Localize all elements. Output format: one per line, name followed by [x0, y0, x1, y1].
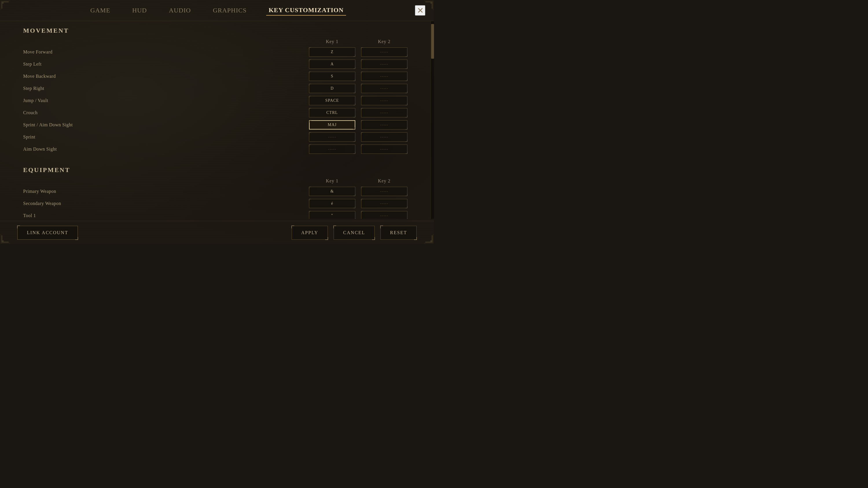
key1-tool1[interactable]: " — [309, 211, 355, 219]
table-row: Primary Weapon & ----- — [23, 186, 407, 197]
tab-game[interactable]: Game — [88, 5, 113, 15]
reset-button[interactable]: RESET — [380, 226, 416, 240]
cancel-button[interactable]: CANCEL — [334, 226, 375, 240]
equipment-title: EQUIPMENT — [23, 166, 407, 174]
action-crouch: Crouch — [23, 110, 309, 116]
header: Game HUD Audio Graphics Key Customizatio… — [0, 0, 434, 21]
action-sprint-aim-down: Sprint / Aim Down Sight — [23, 122, 309, 128]
key1-aim-down-sight[interactable]: ----- — [309, 144, 355, 154]
nav-tabs: Game HUD Audio Graphics Key Customizatio… — [88, 5, 346, 15]
table-row: Sprint ----- ----- — [23, 132, 407, 142]
movement-key2-header: Key 2 — [361, 39, 407, 44]
table-row: Aim Down Sight ----- ----- — [23, 144, 407, 155]
key2-tool1[interactable]: ----- — [361, 211, 407, 219]
key1-move-backward[interactable]: S — [309, 72, 355, 81]
action-move-forward: Move Forward — [23, 50, 309, 55]
scroll-area[interactable]: MOVEMENT Key 1 Key 2 Move Forward Z ----… — [0, 21, 431, 219]
table-row: Tool 1 " ----- — [23, 210, 407, 219]
key-buttons-sprint: ----- ----- — [309, 132, 407, 142]
main-content: MOVEMENT Key 1 Key 2 Move Forward Z ----… — [0, 21, 434, 219]
key-buttons-step-right: D ----- — [309, 84, 407, 93]
equipment-section: EQUIPMENT Key 1 Key 2 Primary Weapon & -… — [23, 166, 407, 219]
movement-key1-header: Key 1 — [309, 39, 355, 44]
action-secondary-weapon: Secondary Weapon — [23, 201, 309, 206]
key1-move-forward[interactable]: Z — [309, 47, 355, 57]
movement-key-headers: Key 1 Key 2 — [23, 39, 407, 44]
key2-sprint[interactable]: ----- — [361, 132, 407, 142]
key2-step-right[interactable]: ----- — [361, 84, 407, 93]
key-buttons-crouch: CTRL ----- — [309, 108, 407, 118]
tab-graphics[interactable]: Graphics — [211, 5, 249, 15]
table-row: Step Left A ----- — [23, 59, 407, 70]
key2-jump-vault[interactable]: ----- — [361, 96, 407, 105]
key-buttons-sprint-aim-down: MAJ ----- — [309, 120, 407, 130]
equipment-key2-header: Key 2 — [361, 178, 407, 184]
key1-crouch[interactable]: CTRL — [309, 108, 355, 118]
key-buttons-secondary-weapon: é ----- — [309, 199, 407, 208]
tab-audio[interactable]: Audio — [167, 5, 193, 15]
center-buttons: APPLY CANCEL RESET — [292, 226, 416, 240]
key2-sprint-aim-down[interactable]: ----- — [361, 120, 407, 130]
tab-hud[interactable]: HUD — [130, 5, 149, 15]
key1-sprint[interactable]: ----- — [309, 132, 355, 142]
key-buttons-move-forward: Z ----- — [309, 47, 407, 57]
key2-secondary-weapon[interactable]: ----- — [361, 199, 407, 208]
action-sprint: Sprint — [23, 134, 309, 140]
action-tool1: Tool 1 — [23, 213, 309, 218]
bottom-bar: LINK ACCOUNT APPLY CANCEL RESET — [0, 221, 434, 244]
close-button[interactable]: ✕ — [415, 5, 425, 15]
table-row: Sprint / Aim Down Sight MAJ ----- — [23, 120, 407, 130]
key2-primary-weapon[interactable]: ----- — [361, 187, 407, 196]
key-buttons-step-left: A ----- — [309, 60, 407, 69]
table-row: Secondary Weapon é ----- — [23, 198, 407, 209]
action-aim-down-sight: Aim Down Sight — [23, 147, 309, 152]
key2-move-forward[interactable]: ----- — [361, 47, 407, 57]
movement-section: MOVEMENT Key 1 Key 2 Move Forward Z ----… — [23, 27, 407, 155]
key-buttons-primary-weapon: & ----- — [309, 187, 407, 196]
key-buttons-move-backward: S ----- — [309, 72, 407, 81]
scrollbar-track[interactable] — [431, 21, 434, 219]
link-account-button[interactable]: LINK ACCOUNT — [18, 226, 78, 240]
key1-step-right[interactable]: D — [309, 84, 355, 93]
table-row: Crouch CTRL ----- — [23, 107, 407, 118]
key2-move-backward[interactable]: ----- — [361, 72, 407, 81]
table-row: Step Right D ----- — [23, 83, 407, 94]
action-primary-weapon: Primary Weapon — [23, 189, 309, 194]
key1-jump-vault[interactable]: SPACE — [309, 96, 355, 105]
key1-secondary-weapon[interactable]: é — [309, 199, 355, 208]
key1-sprint-aim-down[interactable]: MAJ — [309, 120, 355, 130]
action-jump-vault: Jump / Vault — [23, 98, 309, 103]
action-step-left: Step Left — [23, 62, 309, 67]
key1-step-left[interactable]: A — [309, 60, 355, 69]
key2-aim-down-sight[interactable]: ----- — [361, 144, 407, 154]
key2-step-left[interactable]: ----- — [361, 60, 407, 69]
table-row: Move Forward Z ----- — [23, 46, 407, 58]
apply-button[interactable]: APPLY — [292, 226, 328, 240]
equipment-key-headers: Key 1 Key 2 — [23, 178, 407, 184]
key-buttons-jump-vault: SPACE ----- — [309, 96, 407, 105]
key-buttons-tool1: " ----- — [309, 211, 407, 219]
tab-key-customization[interactable]: Key Customization — [266, 5, 346, 15]
table-row: Jump / Vault SPACE ----- — [23, 95, 407, 106]
table-row: Move Backward S ----- — [23, 71, 407, 82]
key2-crouch[interactable]: ----- — [361, 108, 407, 118]
key1-primary-weapon[interactable]: & — [309, 187, 355, 196]
scrollbar-thumb[interactable] — [431, 24, 434, 59]
action-move-backward: Move Backward — [23, 74, 309, 79]
action-step-right: Step Right — [23, 86, 309, 91]
key-buttons-aim-down-sight: ----- ----- — [309, 144, 407, 154]
equipment-key1-header: Key 1 — [309, 178, 355, 184]
movement-title: MOVEMENT — [23, 27, 407, 34]
